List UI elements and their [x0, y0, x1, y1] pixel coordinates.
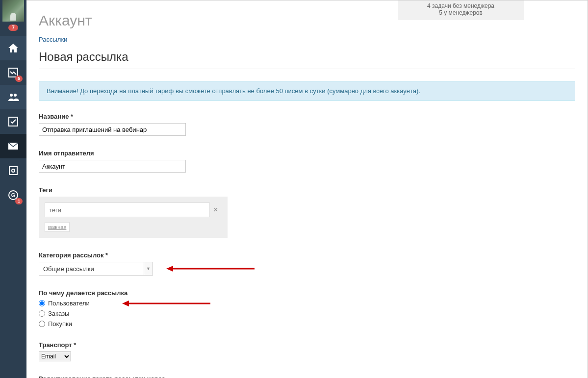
nav-checkbox[interactable] [0, 109, 26, 134]
sender-input[interactable] [39, 160, 186, 173]
field-target: По чему делается рассылка Пользователи З… [39, 289, 575, 328]
tags-input[interactable] [45, 202, 210, 217]
tags-label: Теги [39, 186, 575, 194]
home-icon [7, 42, 19, 54]
field-sender: Имя отправителя [39, 150, 575, 173]
breadcrumb-link[interactable]: Рассылки [39, 36, 67, 43]
target-radio-users[interactable] [39, 300, 45, 306]
sidebar: 7 5 G 1 [0, 0, 26, 378]
settings-box-icon [7, 165, 19, 176]
field-category: Категория рассылок * Общие рассылки ▼ [39, 252, 575, 276]
alert-info: Внимание! До перехода на платный тариф в… [39, 81, 575, 101]
svg-point-1 [14, 94, 17, 97]
field-tags: Теги × важная [39, 186, 575, 238]
target-label: По чему делается рассылка [39, 289, 575, 297]
mail-icon [7, 140, 19, 152]
nav-home[interactable] [0, 36, 26, 60]
sender-label: Имя отправителя [39, 150, 575, 157]
target-label-purchases: Покупки [48, 320, 72, 328]
target-radio-purchases[interactable] [39, 321, 45, 327]
nav-users[interactable] [0, 85, 26, 109]
banner-line2: 5 у менеджеров [427, 9, 494, 16]
tag-chip[interactable]: важная [45, 222, 70, 232]
svg-text:G: G [11, 192, 16, 198]
field-editor: Редактирование текста рассылки через Тек… [39, 375, 575, 378]
top-banner[interactable]: 4 задачи без менеджера 5 у менеджеров [398, 0, 524, 20]
target-label-users: Пользователи [48, 300, 90, 307]
svg-marker-8 [166, 266, 173, 272]
section-title: Новая рассылка [39, 50, 575, 64]
chevron-down-icon[interactable]: ▼ [144, 262, 153, 276]
category-label: Категория рассылок * [39, 252, 575, 259]
breadcrumb: Рассылки [39, 36, 575, 43]
target-label-orders: Заказы [48, 310, 69, 317]
transport-label: Транспорт * [39, 341, 575, 349]
svg-point-4 [12, 169, 15, 172]
target-radio-orders[interactable] [39, 310, 45, 317]
tags-clear-icon[interactable]: × [210, 205, 222, 214]
divider [39, 69, 575, 69]
banner-line1: 4 задачи без менеджера [427, 2, 494, 9]
nav-gc[interactable]: G 1 [0, 183, 26, 207]
main-content: 4 задачи без менеджера 5 у менеджеров Ак… [26, 0, 588, 378]
field-transport: Транспорт * Email [39, 341, 575, 361]
tags-box: × важная [39, 197, 228, 238]
editor-label: Редактирование текста рассылки через [39, 375, 575, 378]
users-icon [7, 91, 19, 103]
field-name: Название * [39, 113, 575, 136]
annotation-arrow-icon [166, 264, 255, 274]
nav-chart-badge: 5 [15, 76, 23, 82]
svg-marker-10 [122, 301, 129, 306]
category-select[interactable]: Общие рассылки [39, 262, 144, 276]
nav-settings-box[interactable] [0, 158, 26, 183]
name-label: Название * [39, 113, 575, 120]
nav-mail[interactable] [0, 134, 26, 158]
category-value: Общие рассылки [43, 265, 94, 273]
annotation-arrow-icon [122, 299, 210, 308]
name-input[interactable] [39, 123, 186, 136]
transport-select[interactable]: Email [39, 352, 71, 361]
avatar[interactable] [2, 0, 24, 22]
svg-rect-3 [9, 167, 17, 175]
nav-chart[interactable]: 5 [0, 60, 26, 85]
svg-point-0 [10, 94, 13, 97]
notification-badge[interactable]: 7 [8, 25, 18, 31]
check-icon [7, 116, 19, 127]
nav-gc-badge: 1 [15, 198, 23, 204]
